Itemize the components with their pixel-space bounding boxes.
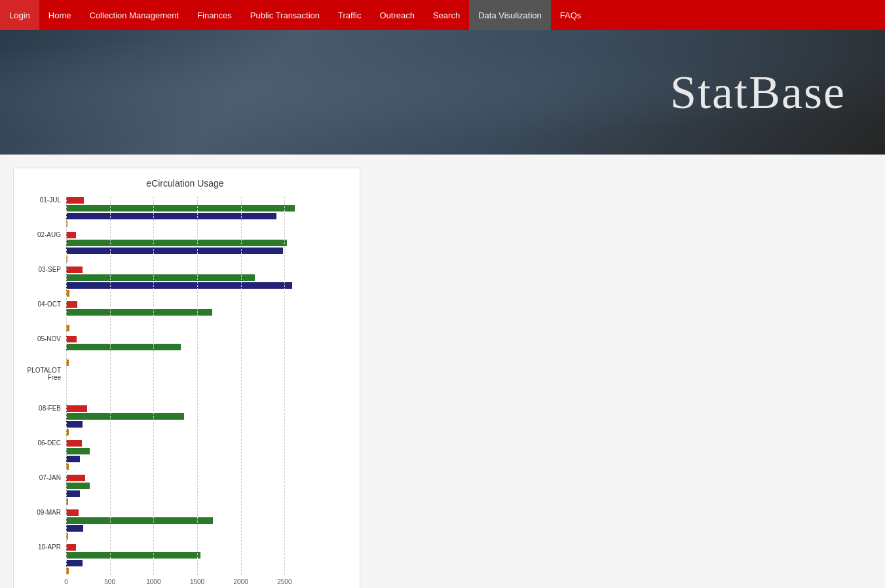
bar-group: 06-DEC [20,439,350,471]
nav-item-search[interactable]: Search [424,0,469,30]
header-banner: StatBase [0,30,885,155]
bar-group: 08-FEB [20,405,350,436]
bar-row [20,386,350,393]
bar-eaudiobooks [66,525,83,532]
bar-wrapper [66,498,302,505]
bar-other [66,359,69,366]
nav-item-home[interactable]: Home [39,0,81,30]
bar-row: 05-NOV [20,335,350,342]
bar-wrapper [66,317,302,323]
bar-eaudiobooks [66,213,276,219]
bar-row [20,551,350,559]
bar-eaudiobooks [66,490,80,497]
bar-row [20,524,350,532]
nav-item-finances[interactable]: Finances [188,0,241,30]
row-label: 09-MAR [20,509,66,516]
bar-eaudiobooks [66,282,292,289]
bar-group: 02-AUG [20,231,350,263]
bar-overdrive [66,232,76,238]
nav-item-public-transaction[interactable]: Public Transaction [241,0,329,30]
bar-wrapper [66,483,302,489]
bar-row [20,316,350,323]
x-axis: 05001000150020002500 [66,578,302,588]
bar-wrapper [66,325,302,331]
bar-group: 01-JUL [20,196,350,228]
bar-row [20,212,350,219]
bar-wrapper [66,232,302,238]
bar-wrapper [66,490,302,497]
bar-eaudiobooks [66,560,83,566]
bar-wrapper [66,282,302,289]
bar-overdrive [66,301,77,308]
bar-wrapper [66,213,302,219]
bar-row [20,455,350,462]
full-rows: 01-JUL02-AUG03-SEP04-OCT05-NOVPLOTALOT F… [20,196,350,575]
bar-wrapper [66,274,302,281]
bar-wrapper [66,456,302,462]
x-axis-label: 500 [104,578,115,585]
bar-wrapper [66,533,302,540]
bar-wrapper [66,405,302,412]
nav-item-traffic[interactable]: Traffic [329,0,370,30]
bar-wrapper [66,421,302,428]
bar-row [20,239,350,246]
nav-item-collection-management[interactable]: Collection Management [81,0,189,30]
row-label: 05-NOV [20,335,66,342]
bar-group: 03-SEP [20,266,350,297]
bar-wrapper [66,205,302,211]
bar-wrapper [66,378,302,385]
bar-other [66,498,68,505]
nav-item-data-visulization[interactable]: Data Visulization [469,0,551,30]
bar-row: 03-SEP [20,266,350,273]
bar-overdrive [66,405,87,412]
bar-eaudiobooks [66,421,83,428]
bar-row [20,517,350,524]
bar-row [20,324,350,331]
bar-row [20,247,350,254]
bar-freegal [66,205,295,211]
bar-wrapper [66,359,302,366]
bar-row [20,498,350,505]
nav-item-login[interactable]: Login [0,0,39,30]
bar-row [20,204,350,211]
bar-wrapper [66,552,302,559]
row-label: 07-JAN [20,474,66,481]
bar-row [20,255,350,262]
bar-row [20,378,350,385]
navbar: LoginHomeCollection ManagementFinancesPu… [0,0,885,30]
bar-row [20,567,350,574]
bar-overdrive [66,197,84,204]
bar-group: PLOTALOT Free [20,370,350,401]
nav-item-outreach[interactable]: Outreach [370,0,423,30]
bar-freegal [66,344,181,350]
bar-wrapper [66,464,302,470]
brand-title: StatBase [670,65,846,120]
bar-group: 05-NOV [20,335,350,367]
bar-row [20,289,350,297]
bar-other [66,221,67,227]
bar-wrapper [66,290,302,297]
bar-other [66,255,67,262]
row-label: 02-AUG [20,231,66,238]
bar-wrapper [66,336,302,342]
nav-item-faqs[interactable]: FAQs [551,0,591,30]
bar-row [20,420,350,428]
bar-freegal [66,517,213,524]
bar-freegal [66,552,200,559]
bar-group: 07-JAN [20,474,350,505]
x-axis-label: 0 [64,578,68,585]
bar-group: 09-MAR [20,509,350,540]
bar-wrapper [66,413,302,420]
bar-wrapper [66,352,302,358]
bar-row: 02-AUG [20,231,350,238]
bar-wrapper [66,301,302,308]
row-label: 10-APR [20,543,66,551]
bar-wrapper [66,517,302,524]
bar-row: 08-FEB [20,405,350,412]
bar-row [20,447,350,454]
row-label: 04-OCT [20,301,66,308]
bar-wrapper [66,266,302,273]
bar-wrapper [66,248,302,254]
main-content: eCirculation Usage 01-JUL02-AUG03-SEP04-… [0,155,885,588]
bar-row [20,220,350,227]
